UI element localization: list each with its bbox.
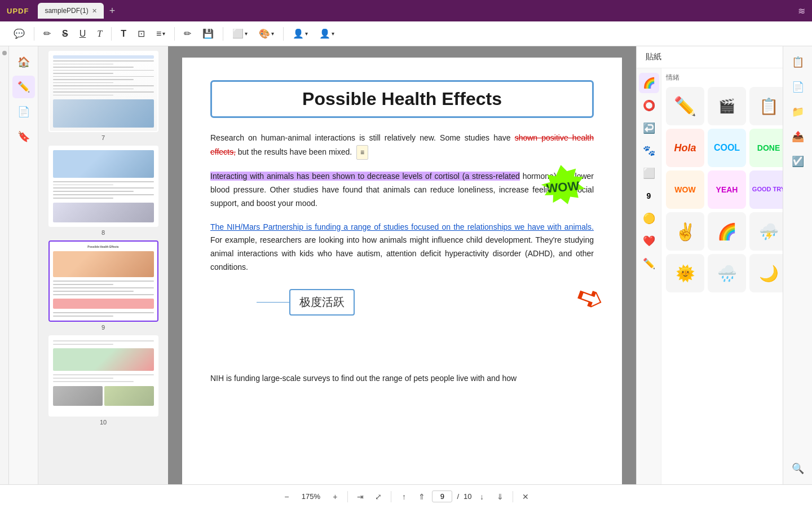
sidebar-home-button[interactable]: 🏠 — [12, 51, 35, 73]
right-panel-btn-4[interactable]: 📤 — [787, 125, 809, 148]
save-tool-button[interactable]: 💾 — [198, 25, 218, 43]
toolbar-sep-5 — [283, 27, 284, 41]
annotation-line — [257, 302, 290, 303]
next-page-icon-2: ⇓ — [497, 492, 504, 501]
right-panel-btn-1[interactable]: 📋 — [787, 51, 809, 73]
fit-width-button[interactable]: ⇥ — [352, 489, 368, 505]
page-separator: / — [457, 492, 459, 501]
sticker-cat-circle[interactable]: ⭕ — [639, 95, 659, 116]
strikethrough-tool-button[interactable]: S — [58, 25, 73, 43]
user2-icon: 👤 — [319, 28, 330, 39]
prev-page-button[interactable]: ↑ — [396, 489, 412, 505]
user-icon: 👤 — [293, 28, 304, 39]
save-icon: 💾 — [202, 28, 214, 39]
sticker-hola[interactable]: Hola — [666, 129, 704, 167]
sticker-sun[interactable]: 🌞 — [666, 254, 704, 292]
main-area: 🏠 ✏️ 📄 🔖 — [0, 46, 812, 484]
right-panel-btn-5[interactable]: ☑️ — [787, 150, 809, 173]
sticker-cloud-lightning[interactable]: ⛈️ — [749, 212, 783, 251]
font-alt-tool-button[interactable]: T — [116, 25, 131, 43]
thumb-item-7[interactable]: 7 — [43, 51, 164, 141]
right-panel: 📋 📄 📁 📤 ☑️ 🔍 — [783, 46, 812, 484]
right-panel-btn-3[interactable]: 📁 — [787, 100, 809, 123]
active-tab[interactable]: samplePDF(1) ✕ — [38, 3, 103, 19]
sticker-moon[interactable]: 🌙 — [749, 254, 783, 292]
strikethrough-icon: S — [62, 29, 68, 39]
sticker-peace[interactable]: ✌️ — [666, 212, 704, 251]
sticker-goodtry[interactable]: GOOD TRY — [749, 170, 783, 209]
current-page-input[interactable] — [432, 491, 452, 502]
thumb-item-9[interactable]: Possible Health Effects 9 — [43, 240, 164, 331]
zoom-in-button[interactable]: + — [327, 489, 343, 505]
titlebar: UPDF samplePDF(1) ✕ + ≋ — [0, 0, 812, 21]
sticker-cat-paw[interactable]: 🐾 — [639, 141, 659, 161]
shapes-icon: ⬜ — [232, 28, 244, 39]
thumb-num-10: 10 — [100, 419, 107, 426]
user2-tool-button[interactable]: 👤 — [315, 25, 339, 43]
right-panel-btn-2[interactable]: 📄 — [787, 76, 809, 98]
sticker-cat-arrow[interactable]: ↩️ — [639, 118, 659, 138]
fit-page-button[interactable]: ⤢ — [370, 489, 386, 505]
sticker-cat-nine[interactable]: 9 — [639, 186, 659, 206]
zoom-in-icon: + — [333, 492, 337, 501]
thumbnail-panel: 7 8 Possible Hea — [38, 46, 168, 484]
pdf-area[interactable]: Possible Health Effects WOW Research on … — [168, 46, 636, 484]
tab-title: samplePDF(1) — [45, 7, 88, 15]
tab-bar: samplePDF(1) ✕ + — [38, 3, 118, 19]
strikethrough-text: shown positive health effects, — [210, 133, 594, 156]
textbox-tool-button[interactable]: ⊡ — [133, 25, 149, 43]
sticker-wow2[interactable]: WOW — [666, 170, 704, 209]
comment-icon: 💬 — [14, 28, 25, 39]
zoom-level[interactable]: 175% — [297, 492, 325, 501]
zoom-out-button[interactable]: − — [279, 489, 294, 505]
icon-sidebar: 🏠 ✏️ 📄 🔖 — [9, 46, 38, 484]
close-bottom-button[interactable]: ✕ — [518, 489, 533, 505]
window-controls: ≋ — [798, 6, 805, 16]
sticker-body: 🌈 ⭕ ↩️ 🐾 ⬜ 9 🟡 ❤️ ✏️ 情緒 ✏️ — [637, 68, 783, 484]
inline-comment[interactable]: ≡ — [356, 145, 368, 160]
eraser-tool-button[interactable]: ✏ — [179, 25, 196, 43]
sticker-clapboard[interactable]: 🎬 — [708, 87, 746, 125]
font-tool-button[interactable]: T — [92, 25, 107, 43]
sidebar-pages-button[interactable]: 📄 — [12, 100, 35, 123]
sticker-yeah[interactable]: YEAH — [708, 170, 746, 209]
total-pages: 10 — [464, 492, 471, 501]
sticker-rainbow[interactable]: 🌈 — [708, 212, 746, 251]
sticker-pencil[interactable]: ✏️ — [666, 87, 704, 125]
next-page-button-2[interactable]: ⇓ — [492, 489, 508, 505]
thumb-num-8: 8 — [102, 229, 105, 236]
color-tool-button[interactable]: 🎨 — [254, 25, 279, 43]
underline-tool-button[interactable]: U — [75, 25, 91, 43]
new-tab-button[interactable]: + — [106, 5, 119, 17]
sticker-cat-heart[interactable]: ❤️ — [639, 231, 659, 251]
thumb-item-8[interactable]: 8 — [43, 146, 164, 236]
sticker-cat-blank[interactable]: ⬜ — [639, 163, 659, 183]
nih-link[interactable]: The NIH/Mars Partnership is funding a ra… — [210, 222, 594, 231]
sticker-header: 貼紙 — [637, 46, 783, 68]
sticker-cool[interactable]: COOL — [708, 129, 746, 167]
sticker-done[interactable]: DONE — [749, 129, 783, 167]
highlight-tool-button[interactable]: ✏ — [39, 25, 55, 43]
sidebar-bookmark-button[interactable]: 🔖 — [12, 125, 35, 148]
sticker-rain-cloud[interactable]: 🌧️ — [708, 254, 746, 292]
annotation-text: 极度活跃 — [299, 296, 345, 308]
annotation-box[interactable]: 极度活跃 — [289, 289, 355, 316]
sticker-panel: 貼紙 🌈 ⭕ ↩️ 🐾 ⬜ 9 🟡 ❤️ ✏️ 情緒 ✏️ — [636, 46, 783, 484]
bottom-sep-1 — [347, 491, 348, 502]
more-text-tool-button[interactable]: ≡ — [152, 25, 170, 43]
sidebar-edit-button[interactable]: ✏️ — [12, 76, 35, 98]
fit-width-icon: ⇥ — [357, 492, 364, 501]
thumb-item-10[interactable]: 10 — [43, 335, 164, 426]
prev-page-button-2[interactable]: ⇑ — [414, 489, 430, 505]
para-4: NIH is funding large-scale surveys to fi… — [210, 372, 594, 386]
sticker-cat-rainbow[interactable]: 🌈 — [639, 73, 659, 93]
user-tool-button[interactable]: 👤 — [288, 25, 312, 43]
comment-tool-button[interactable]: 💬 — [9, 25, 29, 43]
right-panel-btn-6[interactable]: 🔍 — [787, 457, 809, 480]
shapes-tool-button[interactable]: ⬜ — [228, 25, 252, 43]
sticker-notepad[interactable]: 📋 — [749, 87, 783, 125]
sticker-cat-yellow[interactable]: 🟡 — [639, 208, 659, 229]
tab-close-button[interactable]: ✕ — [92, 7, 97, 15]
next-page-button[interactable]: ↓ — [474, 489, 490, 505]
sticker-cat-pencil[interactable]: ✏️ — [639, 253, 659, 274]
